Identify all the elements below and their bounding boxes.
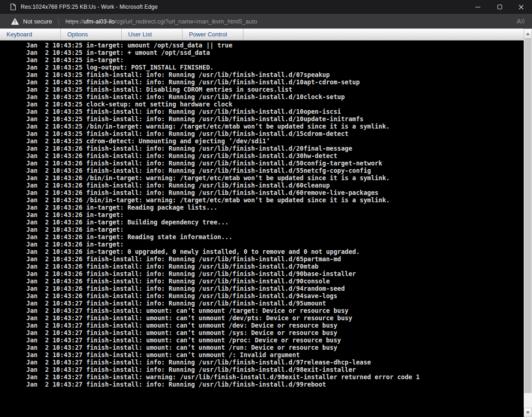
- close-icon: [519, 5, 524, 10]
- log-line: Jan 2 10:43:26 in-target:: [26, 241, 524, 248]
- log-line: Jan 2 10:43:26 finish-install: info: Run…: [26, 270, 524, 277]
- log-line: Jan 2 10:43:26 in-target:: [26, 211, 524, 218]
- log-line: Jan 2 10:43:26 in-target: 0 upgraded, 0 …: [26, 248, 524, 255]
- maximize-button[interactable]: [489, 0, 510, 14]
- log-line: Jan 2 10:43:27 finish-install: umount: c…: [26, 351, 524, 358]
- remote-console-screen[interactable]: Jan 2 10:43:25 in-target: umount /opt/ss…: [0, 41, 524, 417]
- log-line: Jan 2 10:43:27 finish-install: umount: c…: [26, 322, 524, 329]
- url-text[interactable]: https://ufm-ai03-ilo/cgi/url_redirect.cg…: [65, 18, 257, 25]
- log-line: Jan 2 10:43:26 finish-install: info: Run…: [26, 182, 524, 189]
- address-bar-divider: [59, 18, 59, 25]
- log-line: Jan 2 10:43:27 finish-install: warning: …: [26, 373, 524, 381]
- close-button[interactable]: [510, 0, 532, 14]
- address-bar: Not secure https://ufm-ai03-ilo/cgi/url_…: [0, 14, 532, 29]
- warning-triangle-icon: [11, 18, 19, 25]
- log-line: Jan 2 10:43:26 finish-install: info: Run…: [26, 285, 524, 292]
- security-label: Not secure: [23, 18, 52, 25]
- log-line: Jan 2 10:43:26 /bin/in-target: warning: …: [26, 174, 524, 182]
- log-line: Jan 2 10:43:25 finish-install: info: Run…: [26, 71, 524, 78]
- menu-bar: Keyboard Options User List Power Control: [0, 29, 524, 41]
- log-line: Jan 2 10:43:27 finish-install: umount: c…: [26, 344, 524, 351]
- log-line: Jan 2 10:43:26 in-target: Reading state …: [26, 233, 524, 241]
- scrollbar-thumb[interactable]: [524, 39, 532, 393]
- log-line: Jan 2 10:43:25 finish-install: info: Run…: [26, 115, 524, 123]
- log-line: Jan 2 10:43:25 in-target: umount /opt/ss…: [26, 41, 524, 49]
- minimize-button[interactable]: [467, 0, 489, 14]
- site-security-button[interactable]: Not secure: [11, 18, 52, 25]
- log-line: Jan 2 10:43:25 finish-install: info: Run…: [26, 93, 524, 100]
- log-line: Jan 2 10:43:25 in-target:: [26, 56, 524, 64]
- log-line: Jan 2 10:43:25 finish-install: Disabling…: [26, 86, 524, 93]
- minimize-icon: [475, 7, 480, 7]
- sound-wave-icon: [521, 18, 525, 24]
- read-aloud-icon[interactable]: A: [517, 18, 525, 24]
- vertical-scrollbar[interactable]: [524, 29, 532, 417]
- log-line: Jan 2 10:43:25 finish-install: info: Run…: [26, 78, 524, 86]
- log-line: Jan 2 10:43:26 /bin/in-target: warning: …: [26, 196, 524, 204]
- menu-item-user-list[interactable]: User List: [122, 29, 183, 40]
- menu-item-power-control[interactable]: Power Control: [183, 29, 243, 40]
- log-line: Jan 2 10:43:26 finish-install: info: Run…: [26, 145, 524, 152]
- log-line: Jan 2 10:43:26 finish-install: info: Run…: [26, 255, 524, 263]
- log-line: Jan 2 10:43:26 finish-install: info: Run…: [26, 189, 524, 196]
- log-line: Jan 2 10:43:26 finish-install: info: Run…: [26, 263, 524, 270]
- page-favicon-icon: [10, 3, 16, 11]
- log-line: Jan 2 10:43:26 finish-install: info: Run…: [26, 292, 524, 300]
- url-path: /cgi/url_redirect.cgi?url_name=man_ikvm_…: [115, 18, 257, 25]
- window-controls: [467, 0, 532, 14]
- scroll-down-arrow-icon: [526, 411, 530, 414]
- log-line: Jan 2 10:43:26 in-target:: [26, 226, 524, 233]
- page-content: Keyboard Options User List Power Control…: [0, 29, 532, 417]
- log-line: Jan 2 10:43:25 clock-setup: not setting …: [26, 100, 524, 108]
- url-host: ufm-ai03-ilo: [83, 18, 115, 25]
- log-line: Jan 2 10:43:25 in-target: + umount /opt/…: [26, 49, 524, 56]
- log-line: Jan 2 10:43:25 cdrom-detect: Unmounting …: [26, 137, 524, 145]
- log-line: Jan 2 10:43:26 finish-install: info: Run…: [26, 167, 524, 174]
- log-line: Jan 2 10:43:26 finish-install: info: Run…: [26, 277, 524, 285]
- log-line: Jan 2 10:43:27 finish-install: info: Run…: [26, 300, 524, 307]
- menu-item-options[interactable]: Options: [61, 29, 122, 40]
- log-line: Jan 2 10:43:27 finish-install: info: Run…: [26, 358, 524, 366]
- log-line: Jan 2 10:43:27 finish-install: umount: c…: [26, 314, 524, 322]
- scroll-up-arrow-icon: [526, 33, 530, 35]
- menu-item-keyboard[interactable]: Keyboard: [0, 29, 61, 40]
- log-line: Jan 2 10:43:26 in-target: Reading packag…: [26, 204, 524, 211]
- log-line: Jan 2 10:43:25 log-output: POST_INSTALL …: [26, 64, 524, 71]
- log-line: Jan 2 10:43:26 finish-install: info: Run…: [26, 152, 524, 159]
- log-line: Jan 2 10:43:27 finish-install: umount: c…: [26, 307, 524, 314]
- log-line: Jan 2 10:43:27 finish-install: umount: c…: [26, 336, 524, 344]
- log-line: Jan 2 10:43:25 finish-install: info: Run…: [26, 130, 524, 137]
- maximize-icon: [497, 5, 502, 9]
- url-scheme: https: [65, 18, 78, 25]
- log-line: Jan 2 10:43:25 finish-install: info: Run…: [26, 108, 524, 115]
- title-bar: Res:1024x768 FPS:25 KB:Us - Work - Micro…: [0, 0, 532, 14]
- log-line: Jan 2 10:43:25 /bin/in-target: warning: …: [26, 123, 524, 130]
- log-line: Jan 2 10:43:26 finish-install: info: Run…: [26, 159, 524, 167]
- log-line: Jan 2 10:43:27 finish-install: info: Run…: [26, 366, 524, 373]
- scroll-down-button[interactable]: [524, 408, 532, 417]
- window-title: Res:1024x768 FPS:25 KB:Us - Work - Micro…: [21, 4, 158, 10]
- log-line: Jan 2 10:43:27 finish-install: info: Run…: [26, 381, 524, 388]
- log-line: Jan 2 10:43:26 in-target: Building depen…: [26, 218, 524, 226]
- url-separator: ://: [78, 18, 83, 25]
- log-line: Jan 2 10:43:27 finish-install: umount: c…: [26, 329, 524, 336]
- scroll-up-button[interactable]: [524, 29, 532, 39]
